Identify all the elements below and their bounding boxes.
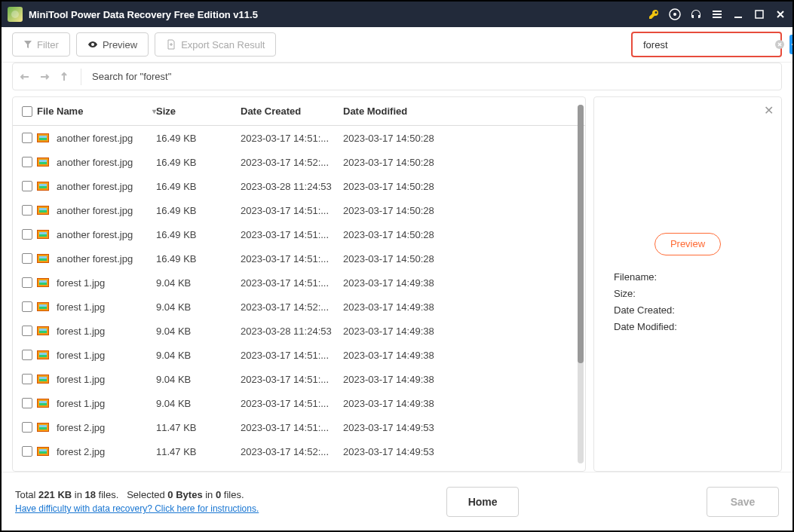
cell-modified: 2023-03-17 14:49:53: [343, 446, 578, 457]
table-row[interactable]: another forest.jpg16.49 KB2023-03-17 14:…: [13, 126, 585, 150]
row-checkbox[interactable]: [22, 253, 32, 264]
meta-filename: Filename:: [614, 269, 766, 286]
cell-filename: another forest.jpg: [37, 133, 156, 144]
image-file-icon: [37, 350, 49, 359]
search-input[interactable]: [643, 39, 770, 50]
cell-created: 2023-03-17 14:52:...: [241, 301, 343, 313]
table-row[interactable]: another forest.jpg16.49 KB2023-03-17 14:…: [13, 246, 585, 271]
search-clear-icon[interactable]: [774, 39, 785, 50]
cell-filename: another forest.jpg: [37, 229, 156, 240]
cell-created: 2023-03-17 14:52:...: [241, 157, 343, 168]
breadcrumb-text: Search for "forest": [92, 71, 171, 82]
table-row[interactable]: forest 1.jpg9.04 KB2023-03-17 14:51:...2…: [13, 391, 585, 415]
col-created[interactable]: Date Created: [241, 105, 343, 117]
table-row[interactable]: forest 2.jpg11.47 KB2023-03-17 14:51:...…: [13, 415, 585, 439]
cell-created: 2023-03-17 14:51:...: [241, 253, 343, 264]
cell-modified: 2023-03-17 14:49:38: [343, 301, 578, 313]
svg-point-0: [11, 11, 19, 18]
image-file-icon: [37, 302, 49, 311]
headphones-icon[interactable]: [690, 8, 702, 20]
nav-back-icon[interactable]: [19, 71, 31, 83]
file-list-panel: File Name▾ Size Date Created Date Modifi…: [12, 96, 586, 472]
minimize-icon[interactable]: [732, 8, 744, 20]
table-row[interactable]: forest 1.jpg9.04 KB2023-03-17 14:52:...2…: [13, 295, 585, 319]
preview-close-icon[interactable]: ✕: [764, 103, 774, 118]
cell-created: 2023-03-28 11:24:53: [241, 326, 343, 337]
cell-filename: another forest.jpg: [37, 181, 156, 192]
cell-size: 9.04 KB: [156, 374, 241, 385]
cell-size: 11.47 KB: [156, 422, 241, 433]
cell-modified: 2023-03-17 14:50:28: [343, 253, 578, 264]
home-button[interactable]: Home: [446, 487, 519, 517]
cell-created: 2023-03-17 14:51:...: [241, 350, 343, 361]
row-checkbox[interactable]: [22, 133, 32, 143]
row-checkbox[interactable]: [22, 350, 32, 360]
row-checkbox[interactable]: [22, 398, 32, 408]
row-checkbox[interactable]: [22, 277, 32, 288]
preview-action-button[interactable]: Preview: [655, 233, 721, 255]
row-checkbox[interactable]: [22, 229, 32, 240]
cell-modified: 2023-03-17 14:49:38: [343, 374, 578, 385]
col-size[interactable]: Size: [156, 105, 241, 117]
table-row[interactable]: another forest.jpg16.49 KB2023-03-17 14:…: [13, 198, 585, 222]
filter-label: Filter: [37, 39, 59, 50]
table-row[interactable]: forest 1.jpg9.04 KB2023-03-17 14:51:...2…: [13, 271, 585, 295]
row-checkbox[interactable]: [22, 446, 32, 457]
table-row[interactable]: another forest.jpg16.49 KB2023-03-28 11:…: [13, 174, 585, 198]
close-icon[interactable]: [774, 8, 786, 20]
cell-modified: 2023-03-17 14:50:28: [343, 181, 578, 192]
column-header: File Name▾ Size Date Created Date Modifi…: [13, 97, 585, 126]
cell-modified: 2023-03-17 14:50:28: [343, 205, 578, 216]
table-row[interactable]: forest 1.jpg9.04 KB2023-03-17 14:51:...2…: [13, 367, 585, 391]
cell-filename: forest 1.jpg: [37, 277, 156, 289]
filter-button[interactable]: Filter: [12, 32, 70, 57]
table-row[interactable]: forest 1.jpg9.04 KB2023-03-17 14:51:...2…: [13, 343, 585, 367]
preview-label: Preview: [103, 39, 137, 50]
save-button[interactable]: Save: [707, 487, 779, 517]
row-checkbox[interactable]: [22, 205, 32, 216]
svg-rect-4: [713, 14, 722, 15]
file-list: another forest.jpg16.49 KB2023-03-17 14:…: [13, 126, 585, 471]
table-row[interactable]: another forest.jpg16.49 KB2023-03-17 14:…: [13, 222, 585, 246]
cell-modified: 2023-03-17 14:50:28: [343, 133, 578, 144]
col-modified[interactable]: Date Modified: [343, 105, 578, 117]
preview-button[interactable]: Preview: [76, 32, 149, 57]
row-checkbox[interactable]: [22, 181, 32, 191]
search-submit-button[interactable]: [789, 35, 794, 54]
meta-size: Size:: [614, 286, 766, 302]
cell-size: 16.49 KB: [156, 181, 241, 192]
cell-filename: another forest.jpg: [37, 157, 156, 168]
app-title: MiniTool Power Data Recovery Free Editio…: [29, 9, 648, 20]
row-checkbox[interactable]: [22, 374, 32, 384]
nav-up-icon[interactable]: [58, 71, 70, 83]
row-checkbox[interactable]: [22, 301, 32, 312]
disc-icon[interactable]: [669, 8, 681, 20]
table-row[interactable]: forest 2.jpg11.47 KB2023-03-17 14:52:...…: [13, 439, 585, 463]
cell-size: 9.04 KB: [156, 301, 241, 313]
cell-modified: 2023-03-17 14:49:38: [343, 350, 578, 361]
nav-forward-icon[interactable]: [38, 71, 51, 83]
main-area: File Name▾ Size Date Created Date Modifi…: [12, 96, 782, 472]
cell-created: 2023-03-17 14:51:...: [241, 277, 343, 289]
row-checkbox[interactable]: [22, 422, 32, 433]
key-icon[interactable]: [648, 8, 660, 20]
menu-icon[interactable]: [711, 8, 723, 20]
scrollbar[interactable]: [578, 105, 584, 463]
image-file-icon: [37, 447, 49, 456]
row-checkbox[interactable]: [22, 157, 32, 167]
help-link[interactable]: Have difficulty with data recovery? Clic…: [15, 503, 259, 514]
table-row[interactable]: forest 1.jpg9.04 KB2023-03-28 11:24:5320…: [13, 319, 585, 343]
cell-filename: forest 1.jpg: [37, 326, 156, 337]
cell-created: 2023-03-17 14:51:...: [241, 422, 343, 433]
cell-created: 2023-03-28 11:24:53: [241, 181, 343, 192]
toolbar: Filter Preview Export Scan Result: [2, 27, 792, 63]
maximize-icon[interactable]: [753, 8, 765, 20]
export-button[interactable]: Export Scan Result: [155, 32, 276, 57]
select-all-checkbox[interactable]: [22, 106, 32, 117]
cell-modified: 2023-03-17 14:49:38: [343, 326, 578, 337]
table-row[interactable]: another forest.jpg16.49 KB2023-03-17 14:…: [13, 150, 585, 174]
cell-filename: forest 1.jpg: [37, 374, 156, 385]
cell-created: 2023-03-17 14:51:...: [241, 398, 343, 409]
row-checkbox[interactable]: [22, 326, 32, 336]
col-filename[interactable]: File Name▾: [37, 105, 156, 117]
